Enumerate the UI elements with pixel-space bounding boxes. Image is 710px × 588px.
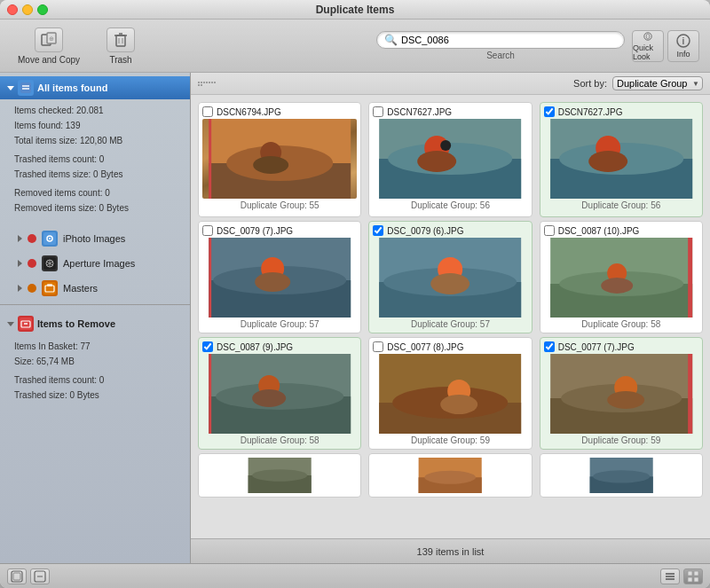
svg-point-78 bbox=[607, 391, 644, 409]
table-row[interactable]: DSC_0079 (6).JPG Duplicate Group: bbox=[368, 221, 532, 333]
svg-point-50 bbox=[255, 272, 290, 292]
search-input[interactable] bbox=[401, 35, 617, 45]
sort-select-wrapper[interactable]: Duplicate Group Name Size Date bbox=[612, 76, 703, 90]
table-row[interactable]: DSC_0079 (7).JPG bbox=[198, 221, 361, 333]
sidebar-remove-header[interactable]: Items to Remove bbox=[0, 312, 190, 335]
iphoto-icon bbox=[42, 231, 58, 247]
move-copy-button[interactable]: ⊕ Move and Copy bbox=[11, 24, 87, 68]
svg-point-40 bbox=[440, 140, 451, 151]
svg-point-82 bbox=[252, 469, 307, 481]
item-header: DSC_0079 (6).JPG bbox=[373, 225, 527, 236]
table-row[interactable]: DSC_0087 (10).JPG bbox=[540, 221, 703, 333]
item-thumbnail bbox=[373, 119, 527, 199]
item-checkbox[interactable] bbox=[373, 106, 383, 117]
sort-by-label: Sort by: bbox=[573, 78, 607, 89]
drag-dots bbox=[198, 82, 216, 86]
table-row[interactable]: DSC_0077 (8).JPG Duplicate Group: bbox=[368, 337, 532, 450]
svg-rect-99 bbox=[694, 577, 698, 582]
item-checkbox[interactable] bbox=[373, 225, 383, 236]
main-content: All items found Items checked: 20.081 It… bbox=[0, 73, 710, 563]
grid-view-button[interactable] bbox=[683, 568, 703, 584]
item-checkbox[interactable] bbox=[202, 106, 213, 117]
svg-text:⊕: ⊕ bbox=[49, 35, 54, 42]
item-thumbnail bbox=[373, 354, 527, 434]
table-row[interactable]: DSCN6794.JPG bbox=[198, 102, 361, 217]
add-button[interactable] bbox=[7, 568, 27, 584]
svg-rect-25 bbox=[47, 284, 52, 286]
minimize-button[interactable] bbox=[22, 4, 33, 15]
search-icon: 🔍 bbox=[384, 34, 398, 46]
item-header: DSC_0079 (7).JPG bbox=[202, 225, 357, 236]
item-filename: DSCN7627.JPG bbox=[558, 107, 698, 117]
remove-triangle-icon bbox=[7, 322, 14, 326]
svg-point-33 bbox=[253, 156, 288, 174]
trash-button[interactable]: Trash bbox=[94, 24, 147, 68]
item-checkbox[interactable] bbox=[373, 341, 383, 352]
item-thumbnail bbox=[544, 354, 698, 434]
table-row[interactable] bbox=[368, 453, 532, 498]
grid-row-3: DSC_0087 (9).JPG bbox=[198, 337, 703, 450]
svg-point-67 bbox=[252, 389, 286, 407]
toolbar: ⊕ Move and Copy Trash 🔍 bbox=[0, 20, 710, 73]
aperture-label: Aperture Images bbox=[63, 258, 135, 269]
sort-select[interactable]: Duplicate Group Name Size Date bbox=[612, 76, 703, 90]
partial-top-grid: DSCN6794.JPG bbox=[198, 102, 703, 217]
masters-icon bbox=[42, 280, 58, 296]
table-row[interactable] bbox=[540, 453, 703, 498]
svg-point-61 bbox=[601, 278, 633, 294]
iphoto-dot bbox=[28, 234, 36, 243]
all-items-label: All items found bbox=[37, 82, 183, 93]
trash-label: Trash bbox=[109, 55, 131, 65]
item-thumbnail bbox=[373, 458, 527, 493]
table-row[interactable]: DSCN7627.JPG Dupl bbox=[368, 102, 532, 217]
table-row[interactable]: DSC_0077 (7).JPG bbox=[540, 337, 703, 450]
item-checkbox[interactable] bbox=[202, 225, 213, 236]
item-group: Duplicate Group: 56 bbox=[544, 200, 698, 210]
table-row[interactable]: DSCN7627.JPG Duplicate Group: 56 bbox=[540, 102, 703, 217]
sidebar-all-items-header[interactable]: All items found bbox=[0, 76, 190, 99]
item-thumbnail bbox=[202, 458, 357, 493]
masters-dot bbox=[28, 284, 36, 293]
remove-button[interactable] bbox=[30, 568, 50, 584]
aperture-icon bbox=[42, 255, 58, 271]
item-filename: DSCN6794.JPG bbox=[217, 107, 357, 117]
remove-icon bbox=[18, 316, 34, 332]
search-area: 🔍 Search bbox=[376, 31, 625, 60]
table-row[interactable] bbox=[198, 453, 361, 498]
move-copy-label: Move and Copy bbox=[18, 55, 80, 65]
svg-rect-79 bbox=[688, 354, 692, 434]
item-filename: DSCN7627.JPG bbox=[387, 107, 527, 117]
item-thumbnail bbox=[202, 354, 357, 434]
item-filename: DSC_0077 (8).JPG bbox=[387, 342, 527, 352]
close-button[interactable] bbox=[7, 4, 18, 15]
sidebar-item-aperture[interactable]: Aperture Images bbox=[0, 251, 190, 276]
list-view-button[interactable] bbox=[660, 568, 680, 584]
sidebar-item-masters[interactable]: Masters bbox=[0, 276, 190, 301]
window-title: Duplicate Items bbox=[316, 4, 395, 16]
svg-rect-96 bbox=[688, 571, 692, 576]
table-row[interactable]: DSC_0087 (9).JPG bbox=[198, 337, 361, 450]
item-thumbnail bbox=[544, 458, 698, 493]
grid-area[interactable]: DSCN6794.JPG bbox=[191, 95, 710, 538]
iphoto-label: iPhoto Images bbox=[63, 233, 125, 244]
bottom-right-buttons bbox=[660, 568, 703, 584]
masters-label: Masters bbox=[63, 283, 98, 294]
item-checkbox[interactable] bbox=[544, 106, 555, 117]
search-bar: 🔍 bbox=[376, 31, 625, 49]
item-header: DSC_0087 (10).JPG bbox=[544, 225, 698, 236]
trash-icon bbox=[106, 27, 135, 52]
svg-rect-51 bbox=[209, 238, 211, 318]
item-header: DSC_0087 (9).JPG bbox=[202, 341, 357, 352]
svg-point-39 bbox=[417, 151, 456, 172]
quick-look-button[interactable]: Quick Look bbox=[632, 30, 664, 62]
info-button[interactable]: i Info bbox=[667, 30, 699, 62]
sidebar-item-iphoto[interactable]: iPhoto Images bbox=[0, 226, 190, 251]
main-window: Duplicate Items ⊕ Move and Copy bbox=[0, 0, 710, 588]
maximize-button[interactable] bbox=[37, 4, 48, 15]
item-group: Duplicate Group: 59 bbox=[544, 435, 698, 445]
item-checkbox[interactable] bbox=[202, 341, 213, 352]
status-bar: 139 items in list bbox=[191, 538, 710, 563]
item-checkbox[interactable] bbox=[544, 341, 555, 352]
item-checkbox[interactable] bbox=[544, 225, 555, 236]
item-header: DSC_0077 (7).JPG bbox=[544, 341, 698, 352]
